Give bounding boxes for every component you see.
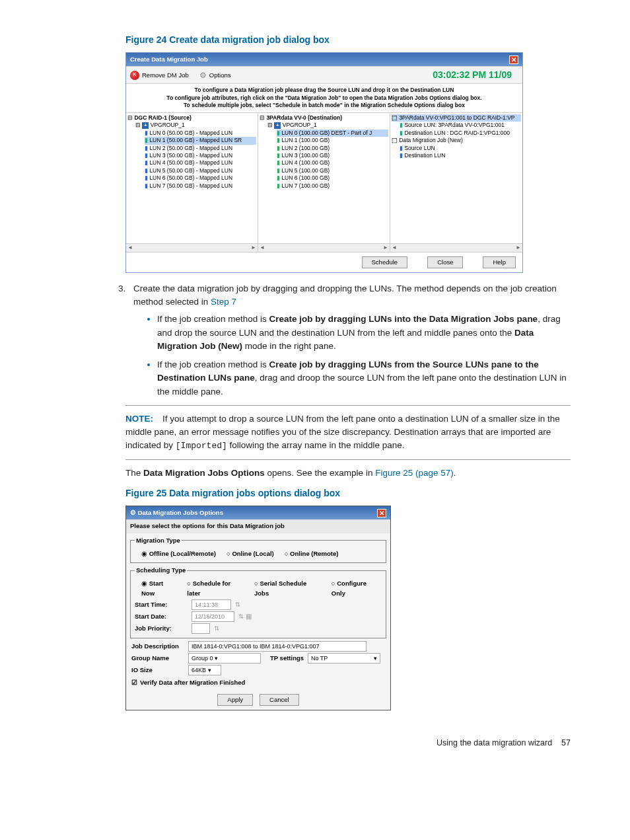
tree-lun[interactable]: ▮ LUN 0 (50.00 GB) - Mapped LUN <box>145 130 256 137</box>
dialog-title: Data Migration Jobs Options <box>138 509 223 516</box>
serial-schedule-radio[interactable]: ○ Serial Schedule Jobs <box>254 579 322 598</box>
create-dm-job-dialog: Create Data Migration Job ✕ Remove DM Jo… <box>125 52 523 273</box>
remove-dm-job-button[interactable]: Remove DM Job <box>130 71 189 80</box>
dialog-subtitle: Please select the options for this Data … <box>126 519 390 533</box>
tree-lun[interactable]: ▮ LUN 5 (50.00 GB) - Mapped LUN <box>145 167 256 174</box>
tree-lun[interactable]: ▮ LUN 3 (100.00 GB) <box>277 152 388 159</box>
figure-24-caption: Figure 24 Create data migration job dial… <box>125 33 571 47</box>
tree-lun[interactable]: ▮ LUN 5 (100.00 GB) <box>277 167 388 174</box>
tree-lun[interactable]: ▮ LUN 3 (50.00 GB) - Mapped LUN <box>145 152 256 159</box>
source-lun-line: ▮ Source LUN: 3PARdata VV-0:VPG1:001 <box>400 122 521 129</box>
footer-text: Using the data migration wizard <box>437 737 552 749</box>
tree-lun[interactable]: ▮ LUN 4 (50.00 GB) - Mapped LUN <box>145 159 256 167</box>
tree-root[interactable]: ⊟ 3PARdata VV-0 (Destination) <box>260 114 388 122</box>
step-3: Create the data migration job by draggin… <box>128 282 571 399</box>
tree-lun[interactable]: ▮ LUN 2 (100.00 GB) <box>277 145 388 152</box>
migration-type-legend: Migration Type <box>135 536 182 545</box>
tree-lun[interactable]: ▮ LUN 6 (50.00 GB) - Mapped LUN <box>145 174 256 182</box>
figure-25-link[interactable]: Figure 25 (page 57) <box>375 468 454 478</box>
note-label: NOTE: <box>125 414 153 424</box>
help-button[interactable]: Help <box>483 256 516 268</box>
offline-radio[interactable]: ◉ Offline (Local/Remote) <box>141 549 216 558</box>
start-time-label: Start Time: <box>135 600 188 609</box>
open-line: The Data Migration Jobs Options opens. S… <box>125 467 571 480</box>
source-lun-slot[interactable]: ▮ Source LUN <box>400 145 521 152</box>
dest-lun-line: ▮ Destination LUN : DGC RAID-1:VPG1:000 <box>400 130 521 137</box>
scheduling-type-legend: Scheduling Type <box>135 566 187 575</box>
io-size-select[interactable]: 64KB ▾ <box>188 665 221 675</box>
remove-icon <box>130 71 139 80</box>
apply-button[interactable]: Apply <box>217 694 253 706</box>
tp-settings-label: TP settings <box>270 654 304 663</box>
dm-jobs-pane[interactable]: ⬚ 3PARdata VV-0:VPG1:001 to DGC RAID-1:V… <box>390 113 522 252</box>
job-new[interactable]: ⬚ Data Migration Job (New) <box>392 137 521 144</box>
schedule-later-radio[interactable]: ○ Schedule for later <box>187 579 245 598</box>
close-icon[interactable]: ✕ <box>377 509 386 517</box>
schedule-button[interactable]: Schedule <box>362 256 408 268</box>
imported-token: [Imported] <box>176 441 227 451</box>
source-lun-pane[interactable]: ⊟ DGC RAID-1 (Source) ⊟ + VPGROUP_1 ▮ LU… <box>126 113 258 252</box>
hint-line-1: To configure a Data Migration job please… <box>126 87 522 94</box>
hint-line-3: To schedule multiple jobs, select "Sched… <box>126 102 522 109</box>
job-header[interactable]: ⬚ 3PARdata VV-0:VPG1:001 to DGC RAID-1:V… <box>392 114 521 122</box>
tree-root[interactable]: ⊟ DGC RAID-1 (Source) <box>127 114 256 122</box>
tree-group[interactable]: ⊟ + VPGROUP_1 <box>267 122 388 129</box>
clock-display: 03:02:32 PM 11/09 <box>242 68 519 82</box>
verify-data-checkbox[interactable]: ☑ Verify Data after Migration Finished <box>131 678 385 687</box>
online-local-radio[interactable]: ○ Online (Local) <box>227 549 274 558</box>
gear-icon: ⚙ <box>199 69 207 81</box>
destination-lun-pane[interactable]: ⊟ 3PARdata VV-0 (Destination) ⊟ + VPGROU… <box>258 113 390 252</box>
start-time-input[interactable]: 14:11:38 <box>192 599 231 610</box>
tree-group[interactable]: ⊟ + VPGROUP_1 <box>135 122 256 129</box>
hint-text: To configure a Data Migration job please… <box>126 84 522 112</box>
tree-lun[interactable]: ▮ LUN 6 (100.00 GB) <box>277 174 388 182</box>
toolbar: Remove DM Job ⚙ Options 03:02:32 PM 11/0… <box>126 66 522 84</box>
tree-lun[interactable]: ▮ LUN 0 (100.00 GB) DEST - Part of J <box>277 130 388 137</box>
scheduling-type-group: Scheduling Type ◉ Start Now ○ Schedule f… <box>130 566 386 638</box>
figure-25-caption: Figure 25 Data migration jobs options di… <box>125 486 571 500</box>
tree-lun[interactable]: ▮ LUN 2 (50.00 GB) - Mapped LUN <box>145 145 256 152</box>
tree-lun[interactable]: ▮ LUN 1 (50.00 GB) - Mapped LUN SR <box>145 137 256 144</box>
job-desc-input[interactable]: IBM 1814-0:VPG1:008 to IBM 1814-0:VPG1:0… <box>188 641 367 652</box>
tree-lun[interactable]: ▮ LUN 4 (100.00 GB) <box>277 159 388 167</box>
h-scrollbar[interactable]: ◄► <box>258 243 390 252</box>
remove-label: Remove DM Job <box>142 71 189 80</box>
job-priority-label: Job Priority: <box>135 624 188 633</box>
dm-jobs-options-dialog: ⚙ Data Migration Jobs Options ✕ Please s… <box>125 506 391 710</box>
bullet-2: If the job creation method is Create job… <box>157 358 571 399</box>
step-list: Create the data migration job by draggin… <box>99 282 571 399</box>
close-icon[interactable]: ✕ <box>509 56 518 64</box>
job-priority-input[interactable] <box>192 623 210 634</box>
online-remote-radio[interactable]: ○ Online (Remote) <box>285 549 339 558</box>
tree-lun[interactable]: ▮ LUN 7 (100.00 GB) <box>277 182 388 190</box>
h-scrollbar[interactable]: ◄► <box>390 243 522 252</box>
page-number: 57 <box>561 737 571 749</box>
tree-lun[interactable]: ▮ LUN 7 (50.00 GB) - Mapped LUN <box>145 182 256 190</box>
start-date-input[interactable]: 12/16/2010 <box>192 611 234 622</box>
group-name-select[interactable]: Group 0 ▾ <box>188 653 261 664</box>
io-size-label: IO Size <box>131 666 184 675</box>
close-button[interactable]: Close <box>427 256 463 268</box>
page-footer: Using the data migration wizard 57 <box>99 737 571 749</box>
start-now-radio[interactable]: ◉ Start Now <box>141 579 178 598</box>
group-name-label: Group Name <box>131 654 184 663</box>
plus-icon: + <box>142 122 149 129</box>
options-label: Options <box>209 71 231 80</box>
dest-lun-slot[interactable]: ▮ Destination LUN <box>400 152 521 159</box>
h-scrollbar[interactable]: ◄► <box>126 243 258 252</box>
tree-lun[interactable]: ▮ LUN 1 (100.00 GB) <box>277 137 388 144</box>
dialog-titlebar: ⚙ Data Migration Jobs Options ✕ <box>126 506 390 519</box>
plus-icon: + <box>274 122 281 129</box>
bullet-1: If the job creation method is Create job… <box>157 313 571 353</box>
step3-text: Create the data migration job by draggin… <box>133 284 557 307</box>
step-7-link[interactable]: Step 7 <box>211 297 236 307</box>
options-button[interactable]: ⚙ Options <box>199 69 231 81</box>
configure-only-radio[interactable]: ○ Configure Only <box>332 579 382 598</box>
dialog-title: Create Data Migration Job <box>130 55 208 64</box>
note-block: NOTE:If you attempt to drop a source LUN… <box>125 412 571 453</box>
tp-settings-select[interactable]: No TP ▾ <box>308 653 380 664</box>
cancel-button[interactable]: Cancel <box>260 694 299 706</box>
note-body-2: following the array name in the middle p… <box>227 440 405 450</box>
migration-type-group: Migration Type ◉ Offline (Local/Remote) … <box>130 536 386 564</box>
hint-line-2: To configure job attributes, righ click … <box>126 95 522 102</box>
